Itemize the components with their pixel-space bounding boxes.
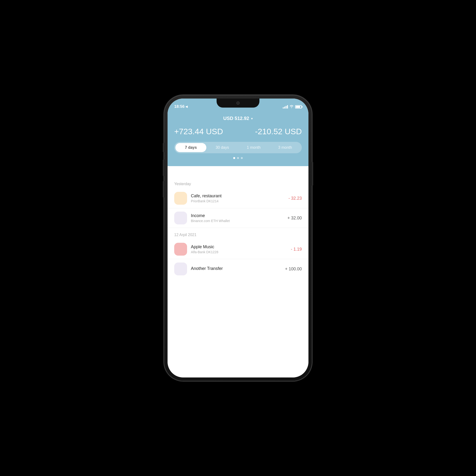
power-button[interactable]: [312, 162, 313, 186]
period-filter: 7 days 30 days 1 month 3 month: [174, 142, 302, 153]
transaction-list: Yesterday Cafe, restaurant PriorBank DK1…: [168, 177, 308, 377]
tx-sub: Binance.com ETH Whallet: [191, 219, 284, 223]
period-3month[interactable]: 3 month: [270, 143, 301, 152]
tx-amount: - 32.23: [289, 196, 302, 201]
period-1month[interactable]: 1 month: [238, 143, 269, 152]
period-7days[interactable]: 7 days: [175, 143, 206, 152]
section-yesterday: Yesterday: [168, 177, 308, 188]
signal-bar-2: [284, 107, 285, 108]
music-icon: [174, 243, 187, 255]
list-item[interactable]: Another Transfer + 100.00: [168, 259, 308, 279]
stats-row: +723.44 USD -210.52 USD: [174, 127, 302, 136]
tx-amount: + 32.00: [287, 216, 302, 221]
cafe-icon: [174, 192, 187, 205]
tx-name: Another Transfer: [191, 266, 281, 271]
signal-bar-4: [287, 105, 288, 108]
tx-info: Cafe, restaurant PriorBank DK1214: [191, 193, 285, 203]
status-time: 18:56 ◀: [174, 104, 187, 109]
location-icon: ◀: [186, 105, 187, 108]
tx-name: Cafe, restaurant: [191, 193, 285, 199]
list-item[interactable]: Cafe, restaurant PriorBank DK1214 - 32.2…: [168, 188, 308, 208]
battery-fill: [296, 106, 300, 108]
screen: 18:56 ◀: [168, 99, 308, 377]
page-dot-2: [237, 157, 239, 159]
volume-up-button[interactable]: [163, 159, 164, 176]
page-dot-1: [233, 157, 235, 159]
period-30days[interactable]: 30 days: [207, 143, 238, 152]
page-dot-3: [241, 157, 243, 159]
balance-amount: USD 512.92: [223, 116, 249, 121]
section-april: 12 Arpil 2021: [168, 228, 308, 239]
list-item[interactable]: Income Binance.com ETH Whallet + 32.00: [168, 208, 308, 228]
tx-sub: Alfa-Bank DK1228: [191, 250, 287, 254]
tx-info: Apple Music Alfa-Bank DK1228: [191, 244, 287, 254]
list-item[interactable]: Apple Music Alfa-Bank DK1228 - 1.19: [168, 239, 308, 259]
tx-sub: PriorBank DK1214: [191, 199, 285, 203]
battery-icon: [295, 105, 302, 108]
volume-down-button[interactable]: [163, 181, 164, 198]
income-value: +723.44 USD: [174, 127, 223, 136]
chevron-down-icon: ▾: [251, 117, 253, 120]
tx-info: Another Transfer: [191, 266, 281, 272]
header: USD 512.92 ▾ +723.44 USD -210.52 USD 7 d…: [168, 111, 308, 166]
mute-button[interactable]: [163, 143, 164, 152]
tx-amount: - 1.19: [291, 247, 302, 252]
tx-name: Apple Music: [191, 244, 287, 249]
signal-bar-3: [286, 106, 287, 108]
signal-bar-1: [283, 107, 284, 108]
signal-icon: [283, 105, 288, 108]
tx-info: Income Binance.com ETH Whallet: [191, 213, 284, 223]
status-icons: [283, 105, 302, 109]
income-icon: [174, 212, 187, 224]
expense-value: -210.52 USD: [255, 127, 302, 136]
phone: 18:56 ◀: [164, 95, 312, 381]
tx-name: Income: [191, 213, 284, 218]
balance-title[interactable]: USD 512.92 ▾: [174, 116, 302, 121]
time-display: 18:56: [174, 104, 185, 109]
notch: [217, 99, 259, 108]
transfer-icon: [174, 262, 187, 275]
wifi-icon: [289, 105, 294, 109]
page-dots: [174, 157, 302, 159]
front-camera: [236, 102, 240, 105]
tx-amount: + 100.00: [285, 267, 302, 272]
